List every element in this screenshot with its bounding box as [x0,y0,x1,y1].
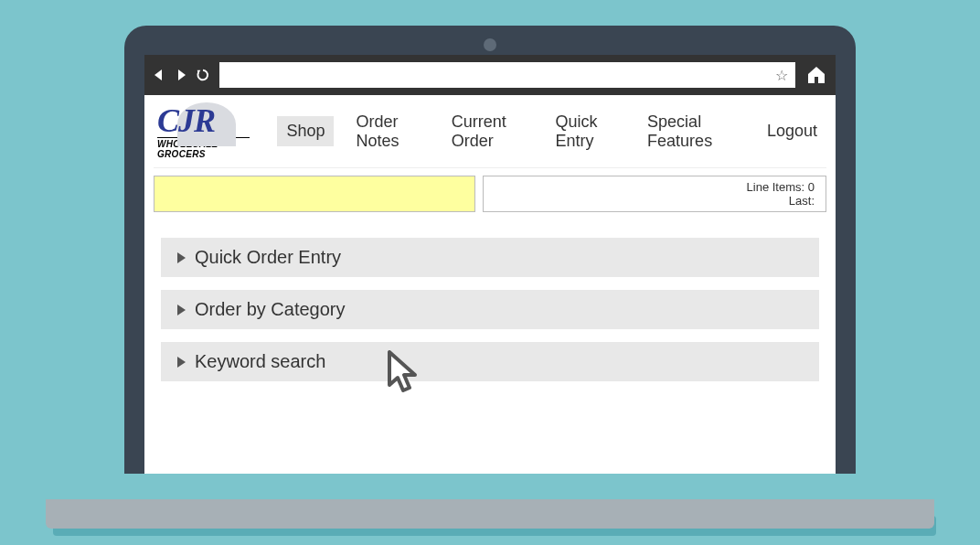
laptop-base [46,499,934,529]
chevron-right-icon [177,357,186,368]
search-input[interactable] [154,176,475,212]
nav-current-order[interactable]: Current Order [442,107,534,156]
nav-order-notes[interactable]: Order Notes [346,107,429,156]
camera-dot [484,38,496,51]
last-text: Last: [789,194,815,208]
accordion-quick-order-entry[interactable]: Quick Order Entry [161,238,819,277]
home-button[interactable] [804,63,828,87]
chevron-right-icon [177,305,186,315]
nav-logout[interactable]: Logout [758,116,826,146]
nav-special-features[interactable]: Special Features [638,107,745,156]
status-box: Line Items: 0 Last: [483,176,826,212]
svg-marker-1 [178,69,186,80]
screen: ☆ CJR WHOLESALE GROCERS Shop Order Notes [144,55,836,474]
svg-marker-0 [154,69,162,80]
chevron-right-icon [177,252,186,263]
back-button[interactable] [152,68,166,82]
url-bar[interactable]: ☆ [219,62,795,88]
refresh-button[interactable] [196,68,210,82]
accordion-label: Order by Category [195,299,346,320]
laptop-shell: ☆ CJR WHOLESALE GROCERS Shop Order Notes [124,26,856,474]
bookmark-star-icon[interactable]: ☆ [775,67,788,84]
accordion: Quick Order Entry Order by Category Keyw… [154,238,826,381]
accordion-label: Keyword search [195,351,325,372]
nav-menu: Shop Order Notes Current Order Quick Ent… [277,107,826,156]
page-content: CJR WHOLESALE GROCERS Shop Order Notes C… [144,95,836,474]
nav-buttons [152,68,210,82]
info-bar: Line Items: 0 Last: [154,176,826,212]
logo-main-text: CJR [157,102,215,139]
logo: CJR WHOLESALE GROCERS [157,104,250,159]
accordion-order-by-category[interactable]: Order by Category [161,290,819,329]
forward-button[interactable] [174,68,188,82]
nav-shop[interactable]: Shop [277,116,334,146]
logo-main: CJR [157,104,250,137]
header: CJR WHOLESALE GROCERS Shop Order Notes C… [154,95,826,168]
line-items-text: Line Items: 0 [747,180,815,194]
nav-quick-entry[interactable]: Quick Entry [546,107,625,156]
accordion-keyword-search[interactable]: Keyword search [161,342,819,381]
browser-toolbar: ☆ [144,55,836,95]
accordion-label: Quick Order Entry [195,247,341,268]
